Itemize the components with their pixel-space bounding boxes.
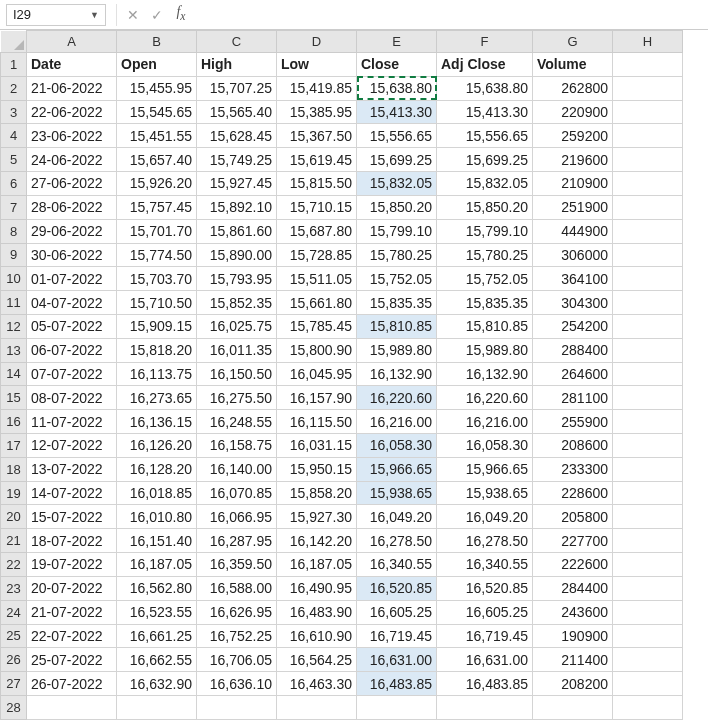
cell-C17[interactable]: 16,158.75	[197, 434, 277, 458]
row-header-27[interactable]: 27	[1, 672, 27, 696]
cell-D16[interactable]: 16,115.50	[277, 410, 357, 434]
cell-G12[interactable]: 254200	[533, 314, 613, 338]
row-header-21[interactable]: 21	[1, 529, 27, 553]
cell-D18[interactable]: 15,950.15	[277, 457, 357, 481]
cell-G21[interactable]: 227700	[533, 529, 613, 553]
cell-C23[interactable]: 16,588.00	[197, 576, 277, 600]
cell-E12[interactable]: 15,810.85	[357, 314, 437, 338]
cell-A16[interactable]: 11-07-2022	[27, 410, 117, 434]
cell-A11[interactable]: 04-07-2022	[27, 291, 117, 315]
cell-A15[interactable]: 08-07-2022	[27, 386, 117, 410]
cell-E13[interactable]: 15,989.80	[357, 338, 437, 362]
cell-E9[interactable]: 15,780.25	[357, 243, 437, 267]
row-header-28[interactable]: 28	[1, 695, 27, 719]
cell-E16[interactable]: 16,216.00	[357, 410, 437, 434]
cell-D12[interactable]: 15,785.45	[277, 314, 357, 338]
cell-G17[interactable]: 208600	[533, 434, 613, 458]
cell-C22[interactable]: 16,359.50	[197, 553, 277, 577]
cell-D6[interactable]: 15,815.50	[277, 172, 357, 196]
cell-F3[interactable]: 15,413.30	[437, 100, 533, 124]
cell-D8[interactable]: 15,687.80	[277, 219, 357, 243]
cell-F5[interactable]: 15,699.25	[437, 148, 533, 172]
cell-G14[interactable]: 264600	[533, 362, 613, 386]
cell-G28[interactable]	[533, 695, 613, 719]
row-header-4[interactable]: 4	[1, 124, 27, 148]
cell-H23[interactable]	[613, 576, 683, 600]
cell-D10[interactable]: 15,511.05	[277, 267, 357, 291]
cell-E24[interactable]: 16,605.25	[357, 600, 437, 624]
row-header-13[interactable]: 13	[1, 338, 27, 362]
cell-A18[interactable]: 13-07-2022	[27, 457, 117, 481]
cell-E5[interactable]: 15,699.25	[357, 148, 437, 172]
cell-C5[interactable]: 15,749.25	[197, 148, 277, 172]
cell-D11[interactable]: 15,661.80	[277, 291, 357, 315]
cell-G9[interactable]: 306000	[533, 243, 613, 267]
cell-E10[interactable]: 15,752.05	[357, 267, 437, 291]
cell-E26[interactable]: 16,631.00	[357, 648, 437, 672]
cell-F14[interactable]: 16,132.90	[437, 362, 533, 386]
column-header-B[interactable]: B	[117, 31, 197, 53]
cell-B4[interactable]: 15,451.55	[117, 124, 197, 148]
cell-C11[interactable]: 15,852.35	[197, 291, 277, 315]
row-header-14[interactable]: 14	[1, 362, 27, 386]
column-header-G[interactable]: G	[533, 31, 613, 53]
cell-D15[interactable]: 16,157.90	[277, 386, 357, 410]
cell-H13[interactable]	[613, 338, 683, 362]
cell-E15[interactable]: 16,220.60	[357, 386, 437, 410]
row-header-11[interactable]: 11	[1, 291, 27, 315]
cell-E6[interactable]: 15,832.05	[357, 172, 437, 196]
cell-G5[interactable]: 219600	[533, 148, 613, 172]
cell-A7[interactable]: 28-06-2022	[27, 195, 117, 219]
cell-E21[interactable]: 16,278.50	[357, 529, 437, 553]
cell-A19[interactable]: 14-07-2022	[27, 481, 117, 505]
row-header-18[interactable]: 18	[1, 457, 27, 481]
row-header-12[interactable]: 12	[1, 314, 27, 338]
cell-C19[interactable]: 16,070.85	[197, 481, 277, 505]
cell-F23[interactable]: 16,520.85	[437, 576, 533, 600]
row-header-1[interactable]: 1	[1, 53, 27, 77]
cell-D21[interactable]: 16,142.20	[277, 529, 357, 553]
cell-H8[interactable]	[613, 219, 683, 243]
cell-H14[interactable]	[613, 362, 683, 386]
cell-A20[interactable]: 15-07-2022	[27, 505, 117, 529]
cell-F19[interactable]: 15,938.65	[437, 481, 533, 505]
cell-B17[interactable]: 16,126.20	[117, 434, 197, 458]
cell-G24[interactable]: 243600	[533, 600, 613, 624]
cell-B22[interactable]: 16,187.05	[117, 553, 197, 577]
cell-F18[interactable]: 15,966.65	[437, 457, 533, 481]
cell-F9[interactable]: 15,780.25	[437, 243, 533, 267]
cell-C12[interactable]: 16,025.75	[197, 314, 277, 338]
cell-H11[interactable]	[613, 291, 683, 315]
cell-H19[interactable]	[613, 481, 683, 505]
cell-E3[interactable]: 15,413.30	[357, 100, 437, 124]
cell-D24[interactable]: 16,483.90	[277, 600, 357, 624]
cell-D19[interactable]: 15,858.20	[277, 481, 357, 505]
cell-F4[interactable]: 15,556.65	[437, 124, 533, 148]
cell-C13[interactable]: 16,011.35	[197, 338, 277, 362]
row-header-26[interactable]: 26	[1, 648, 27, 672]
cell-C14[interactable]: 16,150.50	[197, 362, 277, 386]
cell-G26[interactable]: 211400	[533, 648, 613, 672]
row-header-16[interactable]: 16	[1, 410, 27, 434]
cell-C21[interactable]: 16,287.95	[197, 529, 277, 553]
cell-F16[interactable]: 16,216.00	[437, 410, 533, 434]
cell-H28[interactable]	[613, 695, 683, 719]
name-box[interactable]: I29 ▼	[6, 4, 106, 26]
cell-A27[interactable]: 26-07-2022	[27, 672, 117, 696]
cell-B8[interactable]: 15,701.70	[117, 219, 197, 243]
cell-E2[interactable]: 15,638.80	[357, 76, 437, 100]
cell-C20[interactable]: 16,066.95	[197, 505, 277, 529]
row-header-7[interactable]: 7	[1, 195, 27, 219]
row-header-9[interactable]: 9	[1, 243, 27, 267]
cell-G8[interactable]: 444900	[533, 219, 613, 243]
cell-C25[interactable]: 16,752.25	[197, 624, 277, 648]
cell-D3[interactable]: 15,385.95	[277, 100, 357, 124]
cell-E8[interactable]: 15,799.10	[357, 219, 437, 243]
cell-H17[interactable]	[613, 434, 683, 458]
cell-H20[interactable]	[613, 505, 683, 529]
cell-B18[interactable]: 16,128.20	[117, 457, 197, 481]
column-header-A[interactable]: A	[27, 31, 117, 53]
column-header-D[interactable]: D	[277, 31, 357, 53]
cell-B19[interactable]: 16,018.85	[117, 481, 197, 505]
cell-A12[interactable]: 05-07-2022	[27, 314, 117, 338]
